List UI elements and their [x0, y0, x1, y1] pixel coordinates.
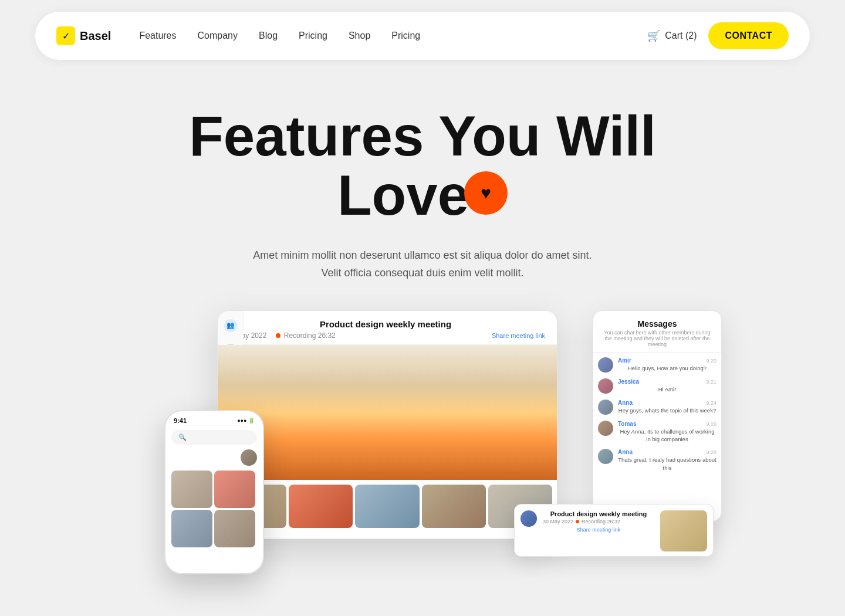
phone-thumbnails	[165, 468, 263, 550]
video-person	[218, 345, 557, 480]
cart-label: Cart (2)	[665, 31, 697, 41]
phone-search-bar[interactable]: 🔍	[171, 430, 257, 445]
avatar-anna1	[598, 400, 613, 415]
msg-time-amir: 9:20	[706, 358, 716, 364]
messages-subtitle: You can chat here with other members dur…	[601, 330, 713, 347]
msg-text-tomas: Hey Anna, Its te challenges of working i…	[618, 428, 716, 444]
navbar-wrapper: ✓ Basel Features Company Blog Pricing Sh…	[0, 0, 845, 72]
hero-subtitle: Amet minim mollit non deserunt ullamco e…	[35, 246, 810, 282]
hero-title-line1: Features You Will	[189, 107, 656, 166]
heart-badge: ♥	[464, 171, 508, 215]
recording-dot	[276, 333, 280, 338]
bottom-meeting-card: Product design weekly meeting 30 May 202…	[514, 504, 714, 557]
avatar-tomas	[598, 421, 613, 436]
cart-icon: 🛒	[647, 29, 660, 42]
nav-features[interactable]: Features	[139, 31, 176, 40]
hero-title-line2: Love	[337, 166, 469, 225]
meeting-title: Product design weekly meeting	[226, 319, 545, 329]
nav-company[interactable]: Company	[198, 31, 238, 40]
nav-pricing-1[interactable]: Pricing	[299, 31, 327, 40]
recording-label: Recording 26:32	[284, 331, 336, 340]
card-share-link[interactable]: Share meeting link	[543, 527, 654, 533]
msg-time-jessica: 9:21	[706, 379, 716, 385]
msg-name-anna2: Anna	[618, 449, 633, 455]
message-item-5: Anna 9:28 Thats great, I realy had quest…	[598, 449, 716, 472]
logo[interactable]: ✓ Basel	[56, 26, 111, 45]
thumb-3	[355, 485, 419, 528]
thumbnails-row	[218, 480, 557, 533]
thumb-4	[422, 485, 486, 528]
phone-mockup: 9:41 ●●● 🔋 🔍	[164, 410, 264, 574]
share-meeting-link[interactable]: Share meeting link	[492, 332, 545, 339]
card-recording-dot	[576, 520, 579, 523]
card-video-preview	[660, 510, 707, 551]
message-item-2: Jessica 9:21 Hi Amir	[598, 378, 716, 394]
cart-button[interactable]: 🛒 Cart (2)	[647, 29, 697, 42]
msg-text-amir: Hello guys, How are you doing?	[618, 364, 716, 372]
meeting-screen: 👥 🏠 📹 Product design weekly meeting 30 M…	[217, 310, 557, 539]
card-recording: Recording 26:32	[582, 519, 620, 524]
messages-header: Messages You can chat here with other me…	[593, 311, 721, 353]
card-title: Product design weekly meeting	[543, 510, 654, 517]
search-icon: 🔍	[178, 434, 187, 441]
phone-thumb-1	[171, 471, 212, 508]
logo-icon: ✓	[56, 26, 75, 45]
phone-thumb-2	[214, 471, 255, 508]
users-icon: 👥	[224, 319, 237, 332]
avatar-jessica	[598, 378, 613, 394]
avatar-anna2	[598, 449, 613, 464]
phone-time: 9:41	[174, 417, 187, 424]
video-area: Binna	[218, 345, 557, 480]
card-avatar	[520, 510, 537, 527]
card-date: 30 May 2022	[543, 519, 573, 524]
msg-time-anna1: 9:24	[706, 400, 716, 406]
hero-title: Features You Will Love ♥	[189, 107, 656, 225]
msg-name-amir: Amir	[618, 357, 631, 364]
phone-thumb-3	[171, 510, 212, 547]
msg-name-jessica: Jessica	[618, 378, 639, 385]
messages-panel: Messages You can chat here with other me…	[593, 310, 722, 522]
msg-name-anna1: Anna	[618, 400, 633, 406]
nav-pricing-2[interactable]: Pricing	[391, 31, 420, 40]
nav-shop[interactable]: Shop	[349, 31, 370, 40]
logo-text: Basel	[80, 29, 111, 43]
msg-text-jessica: Hi Amir	[618, 385, 716, 393]
phone-user-avatar	[241, 449, 257, 466]
nav-blog[interactable]: Blog	[259, 31, 278, 40]
navbar: ✓ Basel Features Company Blog Pricing Sh…	[35, 12, 810, 60]
contact-button[interactable]: CONTACT	[708, 22, 789, 49]
msg-time-tomas: 9:26	[706, 421, 716, 427]
message-item-3: Anna 9:24 Hey guys, whats the topic of t…	[598, 400, 716, 415]
hero-subtitle-line2: Velit officia consequat duis enim velit …	[322, 267, 524, 279]
hero-section: Features You Will Love ♥ Amet minim moll…	[0, 72, 845, 557]
phone-thumb-4	[214, 510, 255, 547]
phone-signal: ●●● 🔋	[237, 418, 255, 424]
message-list: Amir 9:20 Hello guys, How are you doing?…	[593, 353, 721, 476]
meeting-header: Product design weekly meeting 30 May 202…	[218, 311, 557, 345]
avatar-amir	[598, 357, 613, 373]
message-item-1: Amir 9:20 Hello guys, How are you doing?	[598, 357, 716, 373]
heart-icon: ♥	[481, 184, 491, 202]
messages-title: Messages	[601, 319, 713, 329]
mock-container: 9:41 ●●● 🔋 🔍 👥 🏠	[123, 310, 722, 557]
thumb-2	[289, 485, 353, 528]
hero-subtitle-line1: Amet minim mollit non deserunt ullamco e…	[253, 249, 592, 261]
message-item-4: Tomas 9:26 Hey Anna, Its te challenges o…	[598, 421, 716, 444]
msg-text-anna1: Hey guys, whats the topic of this week?	[618, 407, 716, 414]
msg-time-anna2: 9:28	[706, 449, 716, 455]
msg-text-anna2: Thats great, I realy had questions about…	[618, 456, 716, 472]
msg-name-tomas: Tomas	[618, 421, 637, 427]
